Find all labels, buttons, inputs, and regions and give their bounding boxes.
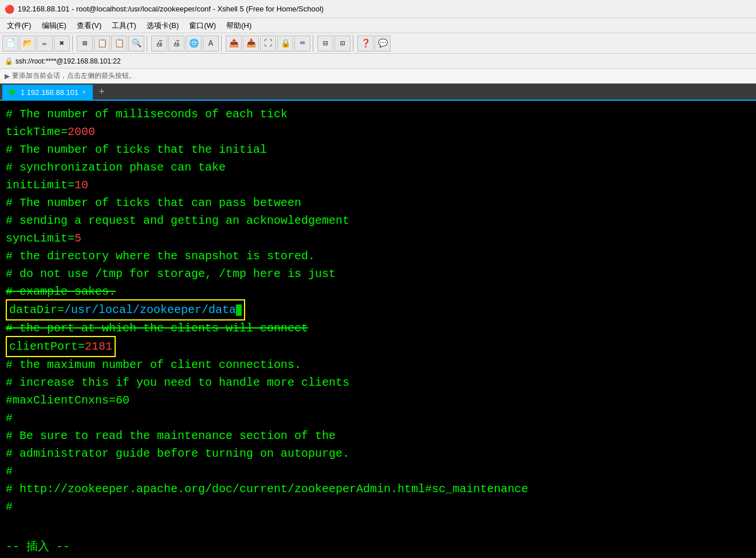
title-text: 192.168.88.101 - root@localhost:/usr/loc… [18,5,324,13]
address-text: ssh://root:****@192.168.88.101:22 [15,57,121,65]
toolbar-globe[interactable]: 🌐 [186,35,202,52]
toolbar-key[interactable]: ⌨ [294,35,310,52]
line-3: # The number of ticks that the initial [6,141,750,159]
menu-tools[interactable]: 工具(T) [107,19,141,32]
toolbar-find[interactable]: 🔍 [128,35,144,52]
menu-file[interactable]: 文件(F) [2,19,36,32]
menu-edit[interactable]: 编辑(E) [37,19,71,32]
toolbar-open[interactable]: 📂 [19,35,36,52]
lock-icon: 🔒 [5,57,13,65]
toolbar-layout2[interactable]: ⊡ [334,35,351,52]
toolbar-recv[interactable]: 📥 [243,35,259,52]
menu-view[interactable]: 查看(V) [72,19,106,32]
toolbar-layout[interactable]: ⊟ [317,35,333,52]
line-14-clientport: clientPort=2181 [6,337,750,356]
line-9: # the directory where the snapshot is st… [6,247,750,265]
line-20: # administrator guide before turning on … [6,445,750,462]
terminal[interactable]: # The number of milliseconds of each tic… [0,101,756,558]
tab-indicator [9,89,15,95]
title-bar: 🔴 192.168.88.101 - root@localhost:/usr/l… [0,0,756,18]
line-13: # the port at which the clients will con… [6,319,750,337]
toolbar-x[interactable]: ✖ [54,35,70,52]
line-16: # increase this if you need to handle mo… [6,374,750,391]
toolbar-paste[interactable]: 📋 [111,35,127,52]
toolbar-font[interactable]: A [203,35,219,52]
toolbar-help[interactable]: ❓ [357,35,373,52]
line-23: # [6,498,750,516]
line-17: #maxClientCnxns=60 [6,391,750,409]
menu-tab[interactable]: 选项卡(B) [142,19,183,32]
info-text: 要添加当前会话，点击左侧的箭头按钮。 [12,71,136,81]
status-bar: -- 插入 -- [0,536,756,558]
line-22: # http://zookeeper.apache.org/doc/curren… [6,480,750,498]
toolbar: 📄 📂 ✏️ ✖ ⊞ 📋 📋 🔍 🖨 🖨 🌐 A 📤 📥 ⛶ 🔒 ⌨ ⊟ ⊡ ❓… [0,33,756,54]
toolbar-fullscreen[interactable]: ⛶ [260,35,276,52]
line-21: # [6,462,750,480]
line-18: # [6,409,750,427]
toolbar-send[interactable]: 📤 [226,35,242,52]
line-5: initLimit=10 [6,176,750,194]
sep2 [147,35,149,52]
sep5 [353,35,355,52]
sep1 [72,35,74,52]
line-11: # example sakes. [6,283,750,300]
line-6: # The number of ticks that can pass betw… [6,194,750,212]
status-text: -- 插入 -- [6,540,70,553]
line-8: syncLimit=5 [6,229,750,247]
address-bar: 🔒 ssh://root:****@192.168.88.101:22 [0,54,756,69]
menu-bar: 文件(F) 编辑(E) 查看(V) 工具(T) 选项卡(B) 窗口(W) 帮助(… [0,18,756,33]
line-10: # do not use /tmp for storage, /tmp here… [6,265,750,283]
tab-session[interactable]: 1 192.168.88.101 × [2,85,93,100]
tab-bar: 1 192.168.88.101 × + [0,84,756,101]
line-12-datadir: dataDir=/usr/local/zookeeper/data [6,300,750,319]
sep4 [313,35,315,52]
menu-help[interactable]: 帮助(H) [222,19,256,32]
toolbar-print2[interactable]: 🖨 [168,35,184,52]
info-bar: ▶ 要添加当前会话，点击左侧的箭头按钮。 [0,69,756,84]
line-15: # the maximum number of client connectio… [6,356,750,374]
menu-window[interactable]: 窗口(W) [184,19,220,32]
tab-close-button[interactable]: × [82,88,86,96]
tab-label: 1 192.168.88.101 [21,88,78,97]
app-icon: 🔴 [5,5,14,14]
line-1: # The number of milliseconds of each tic… [6,105,750,123]
arrow-icon: ▶ [5,72,10,80]
toolbar-pen[interactable]: ✏️ [37,35,53,52]
toolbar-chat[interactable]: 💬 [375,35,391,52]
line-7: # sending a request and getting an ackno… [6,212,750,229]
toolbar-copy[interactable]: 📋 [94,35,110,52]
toolbar-print[interactable]: 🖨 [151,35,167,52]
toolbar-copy-session[interactable]: ⊞ [77,35,93,52]
line-4: # synchronization phase can take [6,159,750,176]
toolbar-lock[interactable]: 🔒 [277,35,293,52]
tab-add-button[interactable]: + [93,85,111,100]
line-19: # Be sure to read the maintenance sectio… [6,427,750,445]
sep3 [221,35,223,52]
toolbar-new[interactable]: 📄 [2,35,18,52]
line-2: tickTime=2000 [6,123,750,141]
